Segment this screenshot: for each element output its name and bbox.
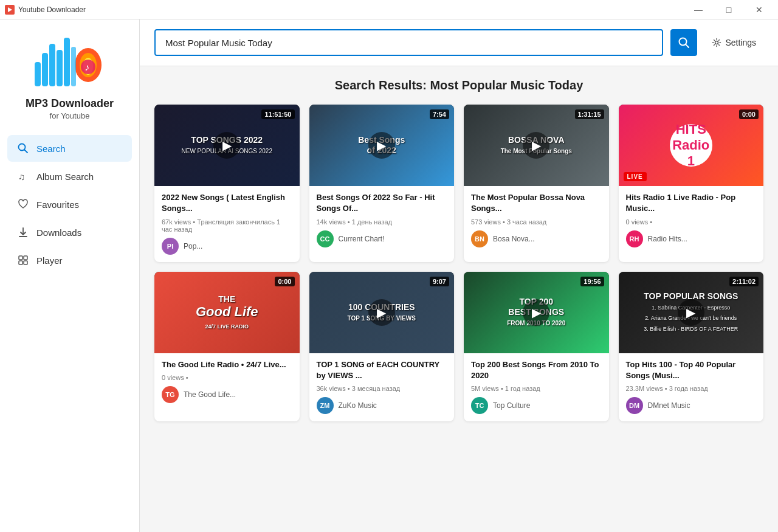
heart-icon — [17, 198, 29, 210]
title-bar: Youtube Downloader — □ ✕ — [0, 0, 778, 19]
search-icon — [17, 142, 29, 154]
video-grid: TOP SONGS 2022NEW POPULAR AI SONGS 2022 … — [154, 105, 763, 421]
video-title-v8: Top Hits 100 - Top 40 Popular Songs (Mus… — [626, 359, 757, 381]
duration-v1: 11:51:50 — [261, 109, 294, 119]
channel-name-v7: Top Culture — [493, 401, 530, 410]
music-note-icon: ♫ — [17, 170, 29, 182]
gear-icon — [712, 38, 721, 47]
svg-rect-17 — [24, 256, 27, 260]
video-title-v4: Hits Radio 1 Live Radio - Pop Music... — [626, 192, 757, 214]
duration-v7: 19:56 — [580, 277, 604, 286]
video-card-v1[interactable]: TOP SONGS 2022NEW POPULAR AI SONGS 2022 … — [154, 105, 300, 262]
play-button-v6[interactable]: ▶ — [368, 299, 395, 326]
video-meta-v4: 0 views • — [626, 218, 757, 226]
thumbnail-v2: Best Songsof 2022 7:54 ▶ — [309, 105, 455, 186]
video-title-v1: 2022 New Songs ( Latest English Songs... — [162, 192, 292, 214]
video-meta-v7: 5M views • 1 год назад — [471, 385, 602, 392]
sidebar-favourites-label: Favourites — [36, 199, 79, 210]
video-card-v5[interactable]: THEGood Life24/7 LIVE RADIO 0:00 The Goo… — [154, 272, 300, 422]
app-icon — [5, 5, 15, 15]
svg-text:♪: ♪ — [84, 62, 89, 72]
maximize-button[interactable]: □ — [715, 0, 743, 19]
channel-avatar-v3: BN — [471, 230, 488, 247]
video-card-v2[interactable]: Best Songsof 2022 7:54 ▶ Best Songs Of 2… — [309, 105, 455, 262]
thumbnail-v3: BOSSA NOVAThe Most Popular Songs 1:31:15… — [464, 105, 609, 186]
grid-icon — [17, 254, 29, 266]
window-controls: — □ ✕ — [684, 0, 773, 19]
svg-rect-19 — [24, 261, 27, 264]
app-sub: for Youtube — [50, 111, 90, 120]
svg-point-22 — [715, 41, 718, 44]
video-meta-v1: 67k views • Трансляция закончилась 1 час… — [162, 218, 292, 233]
video-card-v6[interactable]: 100 COUNTRIESTOP 1 SONG BY VIEWS 9:07 ▶ … — [309, 272, 455, 422]
results-area[interactable]: Search Results: Most Popular Music Today… — [140, 66, 778, 532]
play-button-v2[interactable]: ▶ — [368, 132, 395, 159]
video-meta-v3: 573 views • 3 часа назад — [471, 218, 602, 226]
sidebar-item-favourites[interactable]: Favourites — [7, 191, 132, 218]
channel-v1: PI Pop... — [162, 238, 292, 255]
settings-label: Settings — [725, 38, 756, 47]
channel-avatar-v8: DM — [626, 397, 643, 414]
play-button-v7[interactable]: ▶ — [523, 299, 549, 326]
sidebar: ♪ MP3 Downloader for Youtube Search ♫ Al… — [0, 19, 140, 532]
channel-avatar-v1: PI — [162, 238, 179, 255]
svg-text:♫: ♫ — [18, 171, 25, 182]
svg-rect-5 — [64, 38, 70, 86]
video-card-v3[interactable]: BOSSA NOVAThe Most Popular Songs 1:31:15… — [464, 105, 609, 262]
video-card-v7[interactable]: TOP 200BEST SONGSFROM 2010 TO 2020 19:56… — [464, 272, 609, 422]
channel-avatar-v2: CC — [317, 230, 334, 247]
video-card-v4[interactable]: HITSRadio 1 0:00 LIVE Hits Radio 1 Live … — [619, 105, 764, 262]
channel-v8: DM DMnet Music — [626, 397, 757, 414]
duration-v5: 0:00 — [275, 277, 294, 286]
channel-avatar-v7: TC — [471, 397, 488, 414]
video-meta-v6: 36k views • 3 месяца назад — [317, 385, 447, 392]
thumbnail-v7: TOP 200BEST SONGSFROM 2010 TO 2020 19:56… — [464, 272, 609, 353]
duration-v3: 1:31:15 — [575, 109, 604, 119]
svg-rect-11 — [71, 47, 76, 86]
channel-avatar-v6: ZM — [317, 397, 334, 414]
svg-line-13 — [25, 150, 28, 153]
play-button-v3[interactable]: ▶ — [523, 132, 549, 159]
video-meta-v8: 23.3M views • 3 года назад — [626, 385, 757, 392]
duration-v8: 2:11:02 — [729, 277, 759, 286]
channel-name-v2: Current Chart! — [339, 235, 385, 243]
sidebar-search-label: Search — [36, 143, 66, 154]
svg-rect-18 — [19, 261, 22, 264]
svg-rect-4 — [57, 50, 63, 86]
search-input[interactable]: Most Popular Music Today — [154, 29, 663, 56]
channel-name-v4: Radio Hits... — [648, 235, 687, 243]
channel-name-v5: The Good Life... — [184, 390, 236, 399]
svg-rect-2 — [42, 53, 48, 86]
play-button-v1[interactable]: ▶ — [213, 132, 240, 159]
sidebar-item-player[interactable]: Player — [7, 247, 132, 274]
video-title-v6: TOP 1 SONG of EACH COUNTRY by VIEWS ... — [317, 359, 447, 381]
sidebar-item-album-search[interactable]: ♫ Album Search — [7, 163, 132, 190]
channel-avatar-v5: TG — [162, 386, 179, 403]
channel-name-v8: DMnet Music — [648, 401, 690, 410]
sidebar-item-downloads[interactable]: Downloads — [7, 219, 132, 246]
settings-button[interactable]: Settings — [704, 33, 763, 52]
results-title: Search Results: Most Popular Music Today — [154, 78, 763, 92]
app-name: MP3 Downloader — [26, 97, 114, 110]
channel-v4: RH Radio Hits... — [626, 230, 757, 247]
video-card-v8[interactable]: TOP POPULAR SONGS1. Sabrina Carpenter - … — [619, 272, 764, 422]
sidebar-player-label: Player — [36, 255, 63, 266]
search-input-wrap: Most Popular Music Today — [154, 29, 663, 56]
thumbnail-v1: TOP SONGS 2022NEW POPULAR AI SONGS 2022 … — [154, 105, 300, 186]
close-button[interactable]: ✕ — [745, 0, 773, 19]
search-button[interactable] — [670, 29, 697, 56]
sidebar-item-search[interactable]: Search — [7, 135, 132, 162]
minimize-button[interactable]: — — [684, 0, 712, 19]
video-meta-v5: 0 views • — [162, 374, 292, 381]
svg-marker-0 — [8, 7, 12, 12]
channel-v5: TG The Good Life... — [162, 386, 292, 403]
svg-line-21 — [686, 44, 689, 47]
channel-v3: BN Bosa Nova... — [471, 230, 602, 247]
play-button-v8[interactable]: ▶ — [678, 299, 704, 326]
thumbnail-v8: TOP POPULAR SONGS1. Sabrina Carpenter - … — [619, 272, 764, 353]
channel-v7: TC Top Culture — [471, 397, 602, 414]
nav-items: Search ♫ Album Search Favourites Downloa… — [0, 135, 139, 274]
app-logo: ♪ — [33, 32, 106, 92]
channel-name-v1: Pop... — [184, 242, 202, 250]
channel-v6: ZM ZuKo Music — [317, 397, 447, 414]
